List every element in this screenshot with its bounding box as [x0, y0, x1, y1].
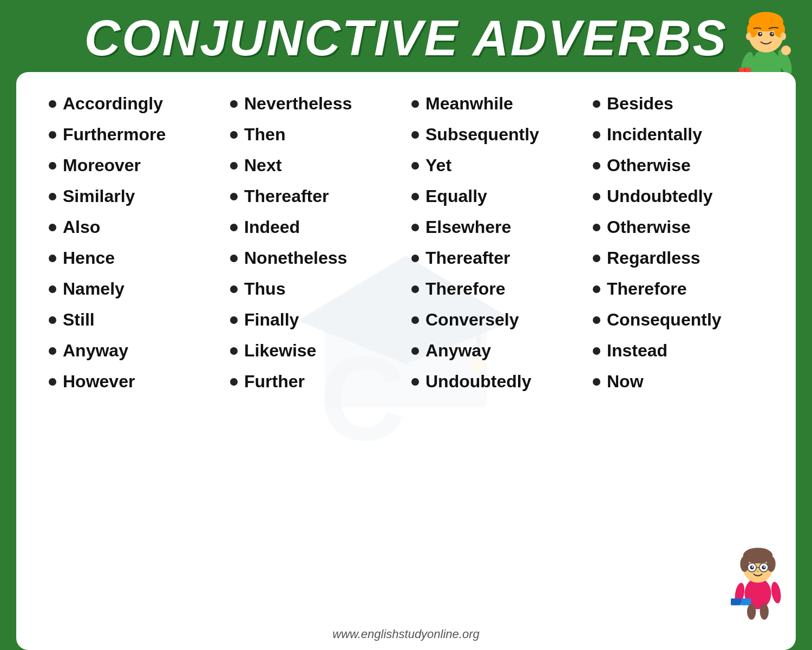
list-item: Thus [230, 274, 401, 304]
bullet-icon [230, 224, 238, 231]
bullet-icon [593, 131, 600, 139]
svg-point-7 [760, 33, 762, 35]
list-item: Therefore [593, 274, 763, 304]
list-item: Moreover [49, 150, 219, 181]
list-item: Undoubtedly [593, 181, 763, 212]
list-item: Likewise [230, 335, 401, 366]
list-item: Accordingly [49, 88, 219, 119]
bullet-icon [593, 285, 600, 293]
bullet-icon [49, 193, 56, 200]
word-label: Yet [425, 155, 451, 176]
word-label: Nevertheless [244, 94, 352, 114]
word-label: Otherwise [607, 155, 691, 176]
bullet-icon [49, 100, 56, 108]
bullet-icon [49, 162, 56, 170]
bullet-icon [593, 347, 600, 355]
bullet-icon [49, 255, 56, 262]
bullet-icon [230, 347, 238, 355]
word-label: Equally [425, 186, 487, 206]
list-item: Anyway [411, 335, 582, 366]
word-label: Similarly [63, 186, 135, 206]
list-item: Namely [49, 274, 219, 304]
bullet-icon [593, 255, 600, 262]
word-label: Thus [244, 279, 285, 299]
bullet-icon [49, 316, 56, 324]
word-label: Subsequently [425, 125, 539, 145]
bullet-icon [49, 224, 56, 231]
bullet-icon [411, 162, 419, 170]
bullet-icon [593, 378, 600, 386]
word-label: Next [244, 155, 281, 176]
bullet-icon [230, 316, 238, 324]
bullet-icon [593, 100, 600, 108]
list-item: Further [230, 366, 401, 397]
word-label: Nonetheless [244, 248, 347, 268]
bullet-icon [49, 285, 56, 293]
list-item: Consequently [593, 304, 763, 335]
list-item: Equally [411, 181, 582, 212]
list-item: Furthermore [49, 119, 219, 150]
word-label: Elsewhere [425, 217, 511, 237]
list-item: Besides [593, 88, 763, 119]
word-label: Consequently [607, 310, 722, 330]
bullet-icon [411, 255, 419, 262]
word-label: Therefore [607, 279, 687, 299]
word-label: Still [63, 310, 95, 330]
bullet-icon [411, 131, 419, 139]
svg-point-10 [781, 32, 786, 40]
bullet-icon [411, 100, 419, 108]
word-label: Hence [63, 248, 115, 268]
website-url: www.englishstudyonline.org [332, 627, 480, 641]
list-item: Thereafter [411, 243, 582, 274]
word-label: Finally [244, 310, 299, 330]
bullet-icon [411, 316, 419, 324]
word-label: Instead [607, 341, 667, 361]
word-label: Undoubtedly [425, 372, 532, 392]
list-item: Meanwhile [411, 88, 582, 119]
list-item: Nonetheless [230, 243, 401, 274]
bullet-icon [230, 100, 238, 108]
list-item: Elsewhere [411, 212, 582, 243]
footer: www.englishstudyonline.org [16, 623, 796, 644]
word-label: Then [244, 125, 285, 145]
word-label: Thereafter [244, 186, 329, 206]
bullet-icon [411, 378, 419, 386]
word-label: Anyway [63, 341, 128, 361]
list-item: Similarly [49, 181, 219, 212]
bullet-icon [593, 193, 600, 200]
word-label: Besides [607, 94, 673, 114]
column-2: NeverthelessThenNextThereafterIndeedNone… [225, 88, 406, 612]
main-content-card: C AccordinglyFurthermoreMoreoverSimilarl… [16, 72, 796, 650]
list-item: Now [593, 366, 763, 397]
bullet-icon [411, 347, 419, 355]
word-label: Conversely [425, 310, 519, 330]
list-item: Next [230, 150, 401, 181]
svg-point-9 [746, 32, 751, 40]
bullet-icon [230, 193, 238, 200]
list-item: Still [49, 304, 219, 335]
bullet-icon [411, 224, 419, 231]
bullet-icon [411, 285, 419, 293]
bullet-icon [230, 285, 238, 293]
list-item: Conversely [411, 304, 582, 335]
word-label: Namely [63, 279, 125, 299]
bullet-icon [230, 378, 238, 386]
list-item: Hence [49, 243, 219, 274]
word-label: However [63, 372, 135, 392]
list-item: Nevertheless [230, 88, 401, 119]
list-item: Therefore [411, 274, 582, 304]
words-grid: AccordinglyFurthermoreMoreoverSimilarlyA… [43, 88, 769, 612]
list-item: Undoubtedly [411, 366, 582, 397]
list-item: Thereafter [230, 181, 401, 212]
word-label: Meanwhile [425, 94, 513, 114]
bullet-icon [230, 255, 238, 262]
list-item: Incidentally [593, 119, 763, 150]
word-label: Incidentally [607, 125, 702, 145]
list-item: Regardless [593, 243, 763, 274]
list-item: However [49, 366, 219, 397]
bullet-icon [411, 193, 419, 200]
word-label: Moreover [63, 155, 141, 176]
word-label: Undoubtedly [607, 186, 713, 206]
svg-point-13 [781, 46, 791, 55]
word-label: Also [63, 217, 100, 237]
